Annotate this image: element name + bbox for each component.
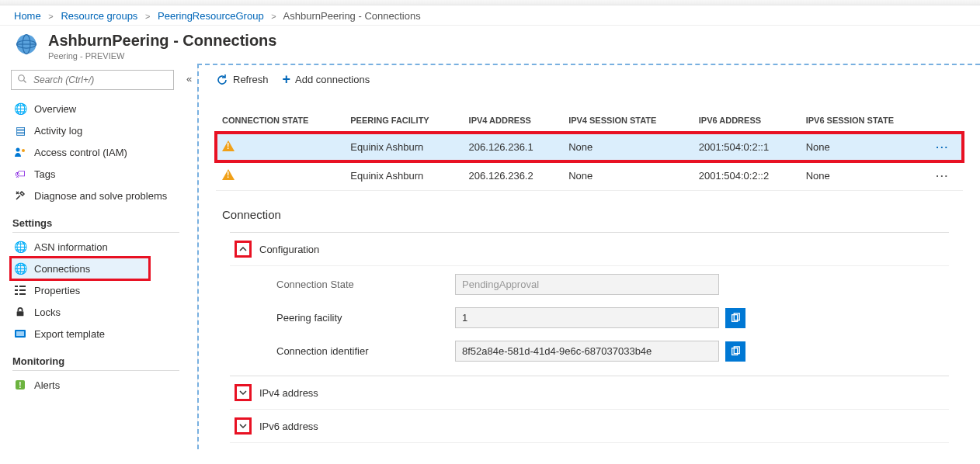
cell-facility: Equinix Ashburn [344, 161, 462, 191]
nav-activity-log[interactable]: ▤ Activity log [11, 119, 197, 141]
chevron-up-icon [235, 241, 252, 258]
warning-icon [222, 140, 235, 151]
cell-facility: Equinix Ashburn [344, 133, 462, 161]
nav-tags[interactable]: 🏷 Tags [11, 163, 197, 185]
nav-label: Connections [34, 263, 90, 275]
svg-rect-12 [15, 293, 18, 295]
nav-label: Alerts [34, 379, 60, 391]
warning-icon [222, 169, 235, 180]
copy-button[interactable] [725, 341, 745, 362]
connections-table: CONNECTION STATE PEERING FACILITY IPV4 A… [216, 97, 963, 191]
search-input-wrap[interactable] [11, 70, 174, 90]
nav-overview[interactable]: 🌐 Overview [11, 98, 197, 119]
nav-locks[interactable]: Locks [11, 301, 197, 323]
table-row[interactable]: Equinix Ashburn 206.126.236.2 None 2001:… [216, 161, 963, 191]
breadcrumb-group[interactable]: PeeringResourceGroup [158, 10, 264, 22]
svg-rect-13 [19, 293, 26, 295]
svg-rect-14 [17, 311, 24, 316]
nav-label: Diagnose and solve problems [34, 190, 167, 202]
globe-icon: 🌐 [14, 102, 26, 115]
cell-ipv4: 206.126.236.1 [463, 133, 563, 161]
connection-identifier-field [455, 341, 719, 362]
chevron-right-icon: > [271, 12, 276, 21]
connection-state-label: Connection State [276, 279, 455, 290]
cell-ipv6-session: None [800, 133, 930, 161]
svg-rect-9 [19, 286, 26, 287]
svg-rect-8 [15, 286, 18, 287]
svg-rect-11 [19, 289, 26, 291]
add-label: Add connections [295, 74, 370, 85]
iam-icon [14, 146, 26, 158]
alerts-icon: ! [14, 379, 26, 391]
collapse-sidebar-button[interactable]: « [186, 73, 197, 84]
nav-export-template[interactable]: Export template [11, 323, 197, 345]
th-ipv6-address[interactable]: IPV6 ADDRESS [693, 97, 800, 133]
refresh-button[interactable]: Refresh [216, 74, 269, 86]
svg-point-6 [16, 148, 20, 152]
nav-diagnose[interactable]: Diagnose and solve problems [11, 185, 197, 206]
refresh-label: Refresh [233, 74, 269, 85]
connection-detail-title: Connection [199, 191, 980, 227]
ipv6-accordion[interactable]: IPv6 address [230, 410, 949, 443]
nav-section-monitoring: Monitoring [12, 355, 179, 371]
chevron-right-icon: > [48, 12, 53, 21]
peering-icon [14, 32, 39, 57]
peering-facility-label: Peering facility [276, 312, 455, 324]
page-subtitle: Peering - PREVIEW [48, 51, 276, 61]
peering-facility-field [455, 307, 719, 328]
breadcrumb-home[interactable]: Home [14, 10, 41, 22]
ipv4-accordion[interactable]: IPv4 address [230, 376, 949, 410]
globe-icon: 🌐 [14, 262, 26, 275]
cell-ipv6-session: None [800, 161, 930, 191]
tag-icon: 🏷 [14, 168, 26, 180]
nav-label: Properties [34, 285, 80, 296]
svg-text:!: ! [19, 381, 21, 390]
th-ipv6-session-state[interactable]: IPV6 SESSION STATE [800, 97, 930, 133]
nav-label: Activity log [34, 125, 82, 137]
accordion-label: Configuration [259, 244, 319, 255]
th-peering-facility[interactable]: PEERING FACILITY [344, 97, 462, 133]
activity-log-icon: ▤ [14, 124, 26, 137]
nav-properties[interactable]: Properties [11, 279, 197, 301]
add-connections-button[interactable]: + Add connections [283, 71, 370, 88]
nav-access-control[interactable]: Access control (IAM) [11, 141, 197, 163]
accordion-label: IPv4 address [259, 387, 318, 399]
nav-label: ASN information [34, 241, 108, 253]
chevron-down-icon [235, 384, 252, 401]
plus-icon: + [283, 71, 291, 88]
th-connection-state[interactable]: CONNECTION STATE [216, 97, 344, 133]
lock-icon [14, 306, 26, 318]
connection-identifier-label: Connection identifier [276, 345, 455, 357]
chevron-down-icon [235, 417, 252, 435]
th-ipv4-session-state[interactable]: IPV4 SESSION STATE [562, 97, 693, 133]
chevron-right-icon: > [145, 12, 150, 21]
properties-icon [14, 284, 26, 296]
cell-ipv4: 206.126.236.2 [463, 161, 563, 191]
svg-point-7 [22, 149, 25, 152]
cell-ipv4-session: None [562, 133, 693, 161]
nav-label: Locks [34, 306, 61, 318]
nav-label: Access control (IAM) [34, 147, 127, 158]
th-ipv4-address[interactable]: IPV4 ADDRESS [463, 97, 563, 133]
svg-line-5 [24, 80, 26, 82]
accordion-label: IPv6 address [259, 421, 318, 432]
breadcrumb-resource-groups[interactable]: Resource groups [61, 10, 137, 22]
nav-label: Overview [34, 103, 76, 115]
nav-alerts[interactable]: ! Alerts [11, 374, 197, 396]
globe-icon: 🌐 [14, 241, 26, 253]
copy-button[interactable] [725, 308, 745, 328]
breadcrumb-current: AshburnPeering - Connections [283, 10, 421, 22]
svg-rect-16 [16, 331, 24, 336]
configuration-accordion[interactable]: Configuration [230, 233, 949, 266]
nav-section-settings: Settings [12, 217, 179, 233]
search-input[interactable] [32, 74, 167, 86]
connection-state-field [455, 274, 719, 295]
nav-asn-information[interactable]: 🌐 ASN information [11, 236, 197, 258]
row-context-menu[interactable]: ··· [930, 133, 963, 161]
row-context-menu[interactable]: ··· [930, 161, 963, 191]
table-row[interactable]: Equinix Ashburn 206.126.236.1 None 2001:… [216, 133, 963, 161]
cell-ipv6: 2001:504:0:2::1 [693, 133, 800, 161]
breadcrumb: Home > Resource groups > PeeringResource… [0, 5, 980, 26]
search-icon [18, 74, 27, 86]
nav-connections[interactable]: 🌐 Connections [11, 258, 149, 279]
